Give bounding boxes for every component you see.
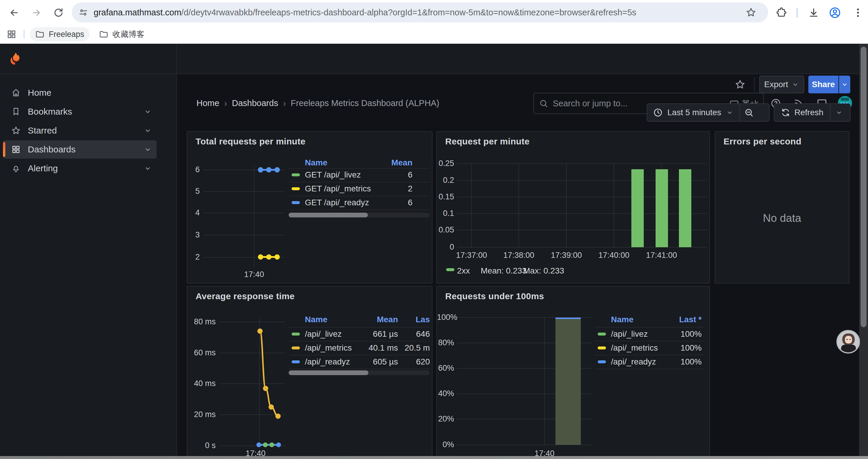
- data-point[interactable]: [266, 167, 272, 172]
- legend-scrollbar-thumb[interactable]: [289, 370, 368, 375]
- breadcrumb-dashboards[interactable]: Dashboards: [232, 98, 278, 108]
- refresh-button[interactable]: Refresh: [774, 108, 830, 117]
- legend-series-name[interactable]: 2xx: [457, 266, 470, 275]
- profile-icon[interactable]: [829, 6, 841, 19]
- time-range-picker[interactable]: Last 5 minutes: [647, 108, 740, 117]
- data-point[interactable]: [275, 414, 281, 419]
- legend-scrollbar-thumb[interactable]: [289, 213, 368, 218]
- share-menu-button[interactable]: [839, 76, 850, 93]
- panel-requests-under-100ms[interactable]: Requests under 100ms 100%80%60%40%20%0%1…: [436, 286, 710, 459]
- sidebar-item-home[interactable]: Home: [3, 84, 157, 102]
- panel-request-per-minute[interactable]: Request per minute 0.250.20.150.10.05017…: [436, 131, 710, 284]
- bar[interactable]: [631, 169, 644, 247]
- sidebar-item-starred[interactable]: Starred: [3, 121, 157, 140]
- legend-swatch[interactable]: [446, 268, 454, 271]
- download-icon[interactable]: [808, 7, 819, 18]
- browser-menu-icon[interactable]: [852, 7, 864, 18]
- share-button[interactable]: Share: [808, 76, 838, 93]
- site-settings-icon[interactable]: [78, 7, 88, 18]
- data-point[interactable]: [270, 442, 274, 447]
- x-axis-tick: 17:41:00: [637, 251, 687, 260]
- search-icon: [539, 99, 548, 108]
- refresh-interval-button[interactable]: [831, 109, 848, 117]
- gridline: [220, 353, 285, 353]
- refresh-icon: [781, 108, 790, 117]
- bar[interactable]: [656, 169, 668, 247]
- bar[interactable]: [555, 318, 581, 445]
- back-icon[interactable]: [9, 7, 20, 18]
- data-point[interactable]: [276, 442, 281, 447]
- breadcrumb: Home › Dashboards › Freeleaps Metrics Da…: [196, 98, 439, 109]
- forward-icon[interactable]: [31, 7, 42, 18]
- bookmark-icon: [11, 107, 21, 117]
- gridline: [457, 230, 707, 230]
- legend-header-last[interactable]: Last *: [594, 315, 702, 324]
- panel-title[interactable]: Request per minute: [445, 136, 529, 146]
- data-point[interactable]: [263, 386, 268, 391]
- legend-header-mean[interactable]: Mean: [289, 158, 412, 167]
- sidebar-item-bookmarks[interactable]: Bookmarks: [3, 102, 157, 121]
- legend-header-last[interactable]: Las: [289, 315, 430, 324]
- data-point[interactable]: [275, 254, 280, 260]
- chevron-down-icon[interactable]: [144, 145, 152, 154]
- y-axis-tick: 60 ms: [187, 348, 216, 357]
- gridline: [457, 213, 707, 214]
- legend-value: 100%: [594, 343, 702, 353]
- grafana-logo[interactable]: [8, 52, 22, 66]
- chevron-down-icon[interactable]: [144, 126, 152, 135]
- chevron-down-icon[interactable]: [144, 164, 152, 172]
- data-point[interactable]: [258, 254, 263, 260]
- reload-icon[interactable]: [53, 7, 64, 18]
- chevron-down-icon: [792, 80, 799, 88]
- favorite-star-icon[interactable]: [735, 79, 745, 90]
- page-scrollbar-thumb[interactable]: [861, 47, 867, 327]
- x-axis-tick: 17:38:00: [494, 251, 544, 260]
- sidebar-item-dashboards[interactable]: Dashboards: [3, 140, 157, 159]
- panel-title[interactable]: Errors per second: [723, 136, 802, 146]
- bookmark-folder-blogs[interactable]: 收藏博客: [94, 27, 150, 41]
- legend-value: 2: [289, 184, 412, 193]
- y-axis-tick: 40%: [437, 389, 454, 398]
- data-point[interactable]: [258, 167, 263, 172]
- browser-bookmarks-bar: Freeleaps 收藏博客: [0, 25, 868, 44]
- data-point[interactable]: [275, 167, 280, 172]
- breadcrumb-home[interactable]: Home: [196, 98, 219, 108]
- chevron-down-icon[interactable]: [144, 107, 152, 116]
- data-point[interactable]: [257, 328, 262, 334]
- extensions-icon[interactable]: [776, 7, 787, 18]
- panel-errors-per-second[interactable]: Errors per second No data: [715, 131, 849, 284]
- assistant-avatar-button[interactable]: [836, 330, 860, 354]
- zoom-out-icon: [744, 108, 754, 117]
- gridline: [220, 383, 285, 384]
- active-indicator: [3, 142, 5, 157]
- legend-divider: [289, 327, 430, 328]
- data-point[interactable]: [263, 442, 268, 447]
- address-bar[interactable]: grafana.mathmast.com/d/deytv4rwavabkb/fr…: [72, 2, 768, 23]
- browser-toolbar: grafana.mathmast.com/d/deytv4rwavabkb/fr…: [0, 0, 868, 25]
- apps-grid-icon[interactable]: [6, 29, 17, 39]
- panel-title[interactable]: Total requests per minute: [195, 136, 306, 146]
- sidebar-item-alerting[interactable]: Alerting: [3, 159, 157, 177]
- panel-title[interactable]: Average response time: [195, 291, 294, 301]
- data-point[interactable]: [266, 254, 272, 260]
- y-axis-tick: 0.15: [437, 192, 454, 201]
- data-point[interactable]: [269, 404, 274, 410]
- gridline: [203, 235, 284, 235]
- bar[interactable]: [679, 169, 691, 247]
- panel-average-response-time[interactable]: Average response time 80 ms60 ms40 ms20 …: [187, 286, 433, 459]
- gridline: [254, 166, 254, 268]
- legend-divider: [289, 355, 430, 355]
- export-button[interactable]: Export: [759, 76, 804, 93]
- bookmarks-divider: [24, 30, 25, 39]
- legend-divider: [289, 369, 430, 369]
- bookmark-star-icon[interactable]: [746, 7, 756, 18]
- panel-title[interactable]: Requests under 100ms: [445, 291, 544, 301]
- url-path: /d/deytv4rwavabkb/freeleaps-metrics-dash…: [181, 8, 637, 17]
- bookmark-folder-freeleaps[interactable]: Freeleaps: [30, 27, 90, 41]
- data-point[interactable]: [256, 442, 261, 447]
- panel-total-requests-per-minute[interactable]: Total requests per minute 6543217:40Name…: [187, 131, 433, 284]
- sidebar-divider: [176, 44, 177, 459]
- x-axis-tick: 17:40: [236, 270, 272, 279]
- refresh-group: Refresh: [774, 103, 850, 122]
- zoom-out-button[interactable]: [740, 108, 758, 117]
